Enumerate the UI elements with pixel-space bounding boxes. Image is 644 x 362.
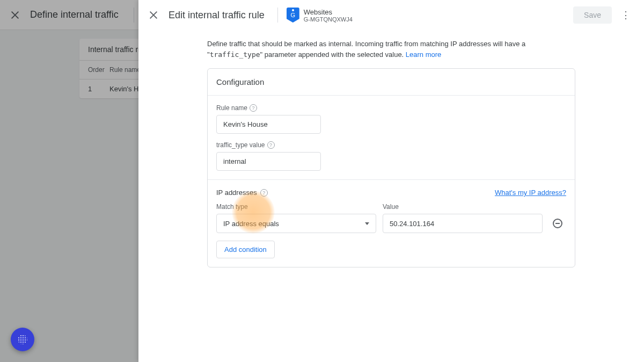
rule-name-label: Rule name ? xyxy=(216,104,566,112)
remove-condition-button[interactable] xyxy=(549,214,566,233)
match-type-value: IP address equals xyxy=(223,220,279,228)
match-type-label: Match type xyxy=(216,203,376,211)
help-icon[interactable]: ? xyxy=(260,189,268,197)
help-icon[interactable]: ? xyxy=(267,141,275,149)
match-type-select[interactable]: IP address equals xyxy=(216,214,376,233)
value-label: Value xyxy=(383,203,543,211)
more-menu-button[interactable]: ⋮ xyxy=(616,5,635,25)
whats-my-ip-link[interactable]: What's my IP address? xyxy=(495,189,566,197)
ip-condition-row: Match type IP address equals Value xyxy=(216,203,566,233)
panel-title: Edit internal traffic rule xyxy=(169,10,265,21)
chevron-down-icon xyxy=(365,222,369,225)
tag-icon: G xyxy=(287,8,299,23)
config-fields: Rule name ? traffic_type value ? xyxy=(208,96,575,179)
save-button[interactable]: Save xyxy=(573,6,612,24)
panel-tag-id: G-MGTQNQXWJ4 xyxy=(304,16,353,23)
remove-icon xyxy=(553,219,562,228)
desc-code: traffic_type xyxy=(210,50,260,59)
config-title: Configuration xyxy=(208,69,575,96)
learn-more-link[interactable]: Learn more xyxy=(406,50,441,59)
edit-rule-panel: Edit internal traffic rule G Websites G-… xyxy=(138,0,644,362)
traffic-type-input[interactable] xyxy=(216,152,321,171)
ip-value-input[interactable] xyxy=(383,214,543,233)
rule-name-input[interactable] xyxy=(216,115,321,134)
help-icon[interactable]: ? xyxy=(250,104,257,112)
close-icon[interactable] xyxy=(147,9,160,21)
desc-suffix: " parameter appended with the selected v… xyxy=(260,50,406,59)
traffic-type-label: traffic_type value ? xyxy=(216,141,566,149)
panel-body: Define traffic that should be marked as … xyxy=(138,30,644,267)
add-condition-button[interactable]: Add condition xyxy=(216,241,275,258)
panel-header: Edit internal traffic rule G Websites G-… xyxy=(138,0,644,30)
ip-addresses-title: IP addresses ? xyxy=(216,189,268,197)
help-fab-button[interactable] xyxy=(11,328,34,351)
configuration-card: Configuration Rule name ? traffic_type v… xyxy=(207,68,575,267)
panel-tag-name: Websites xyxy=(304,8,353,16)
dots-icon xyxy=(18,335,27,344)
panel-property-tag: G Websites G-MGTQNQXWJ4 xyxy=(277,8,353,23)
ip-section: IP addresses ? What's my IP address? Mat… xyxy=(208,179,575,267)
description-text: Define traffic that should be marked as … xyxy=(207,39,575,60)
